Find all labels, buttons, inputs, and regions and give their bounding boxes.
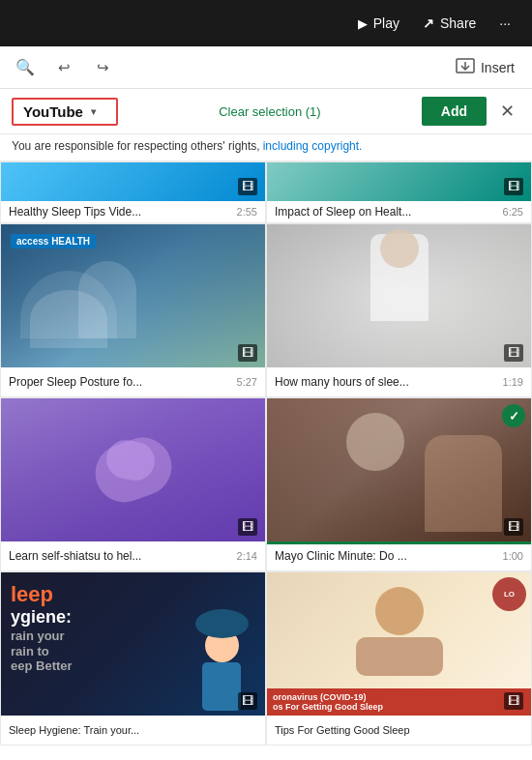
video-info-shiatsu: Learn self-shiatsu to hel... 2:14 (1, 541, 265, 570)
insert-button[interactable]: Insert (448, 54, 522, 80)
covid-banner: oronavirus (COVID-19) os For Getting Goo… (267, 688, 531, 716)
video-cell-mayo[interactable]: ✓ 🎞 Mayo Clinic Minute: Do ... 1:00 (266, 397, 532, 571)
video-title-shiatsu: Learn self-shiatsu to hel... (9, 549, 237, 563)
chevron-down-icon: ▾ (91, 106, 96, 117)
partial-video-cell-0[interactable]: 🎞 Healthy Sleep Tips Vide... 2:55 (0, 161, 266, 223)
video-thumb-covid: LO oronavirus (COVID-19) os For Getting … (267, 572, 531, 716)
video-info-covid: Tips For Getting Good Sleep (267, 716, 531, 745)
video-cell-proper-sleep[interactable]: access HEALTH 🎞 Proper Sleep Posture fo.… (0, 223, 266, 397)
redo-icon: ↪ (97, 59, 109, 76)
share-button[interactable]: Share (413, 10, 486, 37)
video-info-hygiene: Sleep Hygiene: Train your... (1, 716, 265, 745)
share-label: Share (440, 15, 476, 31)
more-icon: ··· (499, 15, 511, 31)
video-duration-hours-sleep: 1:19 (503, 376, 523, 388)
source-bar: YouTube ▾ Clear selection (1) Add ✕ (0, 89, 532, 134)
redo-button[interactable]: ↪ (87, 52, 118, 83)
search-icon: 🔍 (15, 58, 35, 76)
partial-title-1: Impact of Sleep on Healt... (275, 205, 503, 219)
partial-thumb-1: 🎞 (267, 162, 531, 201)
top-bar: Play Share ··· (0, 0, 532, 46)
covid-banner-subtitle: os For Getting Good Sleep (273, 702, 525, 712)
toolbar: 🔍 ↩ ↪ Insert (0, 46, 532, 89)
copyright-link[interactable]: including copyright. (263, 139, 363, 153)
insert-label: Insert (481, 60, 515, 75)
play-icon (358, 15, 368, 31)
video-info-hours-sleep: How many hours of slee... 1:19 (267, 367, 531, 396)
share-icon (423, 15, 434, 31)
source-selector-button[interactable]: YouTube ▾ (12, 98, 118, 126)
partial-info-1: Impact of Sleep on Healt... 6:25 (267, 201, 531, 222)
video-title-mayo: Mayo Clinic Minute: Do ... (275, 549, 503, 563)
film-icon-partial-1: 🎞 (504, 178, 523, 195)
video-title-hygiene: Sleep Hygiene: Train your... (9, 724, 257, 736)
film-icon-partial-0: 🎞 (238, 178, 257, 195)
partial-video-cell-1[interactable]: 🎞 Impact of Sleep on Healt... 6:25 (266, 161, 532, 223)
video-title-covid: Tips For Getting Good Sleep (275, 724, 523, 736)
partial-thumb-0: 🎞 (1, 162, 265, 201)
add-label: Add (441, 103, 467, 119)
partial-info-0: Healthy Sleep Tips Vide... 2:55 (1, 201, 265, 222)
video-cell-how-many-hours[interactable]: 🎞 How many hours of slee... 1:19 (266, 223, 532, 397)
video-info-mayo: Mayo Clinic Minute: Do ... 1:00 (267, 541, 531, 570)
video-duration-proper-sleep: 5:27 (237, 376, 257, 388)
check-badge-mayo: ✓ (502, 404, 525, 427)
video-grid: access HEALTH 🎞 Proper Sleep Posture fo.… (0, 223, 532, 745)
video-title-hours-sleep: How many hours of slee... (275, 375, 503, 389)
video-cell-covid[interactable]: LO oronavirus (COVID-19) os For Getting … (266, 571, 532, 745)
video-thumb-hours-sleep: 🎞 (267, 224, 531, 367)
video-cell-shiatsu[interactable]: 🎞 Learn self-shiatsu to hel... 2:14 (0, 397, 266, 571)
video-thumb-shiatsu: 🎞 (1, 398, 265, 541)
more-options-button[interactable]: ··· (489, 10, 520, 37)
search-button[interactable]: 🔍 (10, 52, 41, 83)
film-icon-5: 🎞 (504, 692, 523, 710)
partial-duration-1: 6:25 (503, 206, 523, 218)
video-title-proper-sleep: Proper Sleep Posture fo... (9, 375, 237, 389)
partial-title-0: Healthy Sleep Tips Vide... (9, 205, 237, 219)
copyright-bar: You are responsible for respecting other… (0, 134, 532, 161)
video-cell-hygiene[interactable]: leep ygiene: rain your rain to eep Bette… (0, 571, 266, 745)
film-icon-1: 🎞 (504, 344, 523, 362)
source-name: YouTube (23, 103, 83, 120)
video-thumb-mayo: ✓ 🎞 (267, 398, 531, 541)
film-icon-2: 🎞 (238, 518, 257, 536)
film-icon-3: 🎞 (504, 518, 523, 536)
clear-selection-label: Clear selection (1) (219, 104, 321, 119)
play-button[interactable]: Play (348, 10, 409, 37)
copyright-text: You are responsible for respecting other… (12, 139, 260, 153)
undo-button[interactable]: ↩ (48, 52, 79, 83)
undo-icon: ↩ (58, 59, 71, 76)
film-icon-0: 🎞 (238, 344, 257, 362)
video-thumb-hygiene: leep ygiene: rain your rain to eep Bette… (1, 572, 265, 716)
covid-banner-title: oronavirus (COVID-19) (273, 692, 525, 702)
partial-duration-0: 2:55 (237, 206, 257, 218)
content-area: YouTube ▾ Clear selection (1) Add ✕ You … (0, 89, 532, 760)
video-duration-mayo: 1:00 (503, 550, 523, 562)
film-icon-4: 🎞 (238, 692, 257, 710)
video-info-proper-sleep: Proper Sleep Posture fo... 5:27 (1, 367, 265, 396)
play-label: Play (373, 15, 399, 31)
add-button[interactable]: Add (422, 97, 487, 126)
video-duration-shiatsu: 2:14 (237, 550, 257, 562)
hygiene-text: leep ygiene: rain your rain to eep Bette… (11, 582, 73, 674)
close-button[interactable]: ✕ (494, 97, 520, 126)
partial-video-row: 🎞 Healthy Sleep Tips Vide... 2:55 🎞 Impa… (0, 161, 532, 223)
clear-selection-button[interactable]: Clear selection (1) (126, 101, 414, 123)
close-icon: ✕ (500, 101, 515, 122)
insert-icon (456, 58, 475, 76)
video-thumb-proper-sleep: access HEALTH 🎞 (1, 224, 265, 367)
